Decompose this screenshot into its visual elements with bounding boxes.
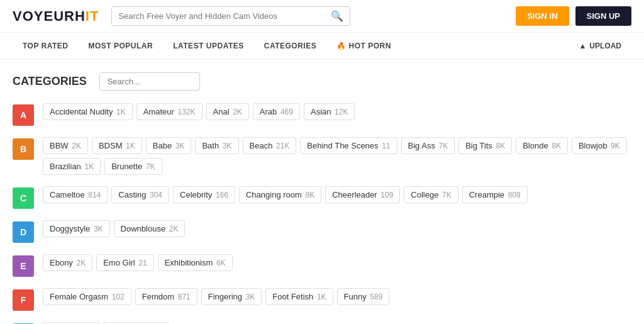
cat-tag[interactable]: Foot Fetish 1K: [265, 288, 333, 305]
logo: VOYEURHIT: [13, 8, 99, 25]
upload-icon: ▲: [579, 42, 586, 50]
search-bar: 🔍: [111, 6, 350, 26]
cat-tag[interactable]: Emo Girl 21: [96, 254, 154, 271]
cat-tag[interactable]: Amateur 132K: [136, 103, 203, 120]
cat-tag[interactable]: Fingering 3K: [201, 288, 262, 305]
cat-tag[interactable]: BDSM 1K: [92, 137, 142, 154]
nav: TOP RATED MOST POPULAR LATEST UPDATES CA…: [0, 33, 644, 60]
cat-tag[interactable]: Accidental Nudity 1K: [43, 103, 133, 120]
logo-t: T: [90, 8, 99, 24]
cat-tag[interactable]: Blowjob 9K: [572, 137, 627, 154]
main-content: CATEGORIES AAccidental Nudity 1KAmateur …: [0, 60, 644, 324]
letter-badge-c: C: [13, 187, 34, 209]
cat-tag[interactable]: Behind The Scenes 11: [300, 137, 397, 154]
cat-tag[interactable]: Beach 21K: [243, 137, 297, 154]
nav-latest-updates[interactable]: LATEST UPDATES: [163, 33, 254, 59]
cat-tag[interactable]: Ebony 2K: [43, 254, 92, 271]
cat-tag[interactable]: BBW 2K: [43, 137, 88, 154]
cat-tag[interactable]: Exhibitionism 6K: [158, 254, 233, 271]
cat-tags-a: Accidental Nudity 1KAmateur 132KAnal 2KA…: [43, 103, 355, 120]
letter-badge-e: E: [13, 255, 34, 277]
header-right: SIGN IN SIGN UP: [516, 6, 631, 26]
signup-button[interactable]: SIGN UP: [575, 6, 631, 26]
cat-tag[interactable]: Femdom 871: [135, 288, 197, 305]
cat-row-d: DDoggystyle 3KDownblouse 2K: [13, 220, 631, 243]
letter-badge-d: D: [13, 221, 34, 243]
cat-tag[interactable]: Big Tits 8K: [458, 137, 512, 154]
cat-tag[interactable]: Funny 589: [337, 288, 390, 305]
cat-tag[interactable]: Cheerleader 109: [325, 186, 400, 203]
nav-hot-porn[interactable]: 🔥 HOT PORN: [326, 33, 401, 59]
cat-tags-e: Ebony 2KEmo Girl 21Exhibitionism 6K: [43, 254, 233, 271]
cat-tags-f: Female Orgasm 102Femdom 871Fingering 3KF…: [43, 288, 389, 305]
nav-categories[interactable]: CATEGORIES: [254, 33, 326, 59]
cat-row-e: EEbony 2KEmo Girl 21Exhibitionism 6K: [13, 254, 631, 277]
cat-row-a: AAccidental Nudity 1KAmateur 132KAnal 2K…: [13, 103, 631, 126]
cat-tag[interactable]: Bath 3K: [195, 137, 238, 154]
categories-list: AAccidental Nudity 1KAmateur 132KAnal 2K…: [13, 103, 631, 324]
cat-tag[interactable]: Casting 304: [111, 186, 169, 203]
letter-badge-f: F: [13, 289, 34, 311]
cat-tag[interactable]: College 7K: [404, 186, 458, 203]
cat-tags-d: Doggystyle 3KDownblouse 2K: [43, 220, 185, 237]
letter-badge-b: B: [13, 138, 34, 160]
header: VOYEURHIT 🔍 SIGN IN SIGN UP: [0, 0, 644, 33]
cat-tag[interactable]: Blonde 8K: [516, 137, 568, 154]
cat-tag[interactable]: Asian 12K: [304, 103, 355, 120]
cat-tag[interactable]: Brunette 7K: [104, 158, 162, 175]
categories-header: CATEGORIES: [13, 72, 631, 91]
cat-row-b: BBBW 2KBDSM 1KBabe 3KBath 3KBeach 21KBeh…: [13, 137, 631, 175]
signin-button[interactable]: SIGN IN: [516, 6, 569, 26]
categories-title: CATEGORIES: [13, 75, 87, 88]
cat-tag[interactable]: Cameltoe 814: [43, 186, 108, 203]
cat-tag[interactable]: Anal 2K: [206, 103, 249, 120]
cat-tags-b: BBW 2KBDSM 1KBabe 3KBath 3KBeach 21KBehi…: [43, 137, 631, 175]
cat-tag[interactable]: Creampie 809: [462, 186, 528, 203]
cat-tag[interactable]: Arab 469: [253, 103, 300, 120]
cat-tag[interactable]: Changing room 8K: [239, 186, 321, 203]
cat-tag[interactable]: Doggystyle 3K: [43, 220, 110, 237]
categories-search-input[interactable]: [99, 72, 200, 91]
nav-most-popular[interactable]: MOST POPULAR: [79, 33, 164, 59]
cat-tag[interactable]: Downblouse 2K: [114, 220, 186, 237]
cat-row-c: CCameltoe 814Casting 304Celebrity 166Cha…: [13, 186, 631, 209]
letter-badge-a: A: [13, 104, 34, 126]
cat-tag[interactable]: Brazilian 1K: [43, 158, 101, 175]
logo-hit: I: [86, 8, 90, 24]
cat-tag[interactable]: Celebrity 166: [173, 186, 235, 203]
nav-upload[interactable]: ▲ UPLOAD: [569, 33, 631, 59]
cat-tags-c: Cameltoe 814Casting 304Celebrity 166Chan…: [43, 186, 528, 203]
search-button[interactable]: 🔍: [331, 10, 343, 22]
cat-row-f: FFemale Orgasm 102Femdom 871Fingering 3K…: [13, 288, 631, 311]
cat-tag[interactable]: Babe 3K: [146, 137, 192, 154]
nav-top-rated[interactable]: TOP RATED: [13, 33, 79, 59]
cat-tag[interactable]: Big Ass 7K: [401, 137, 455, 154]
cat-tag[interactable]: Female Orgasm 102: [43, 288, 131, 305]
search-input[interactable]: [118, 11, 331, 21]
upload-label: UPLOAD: [589, 42, 621, 50]
